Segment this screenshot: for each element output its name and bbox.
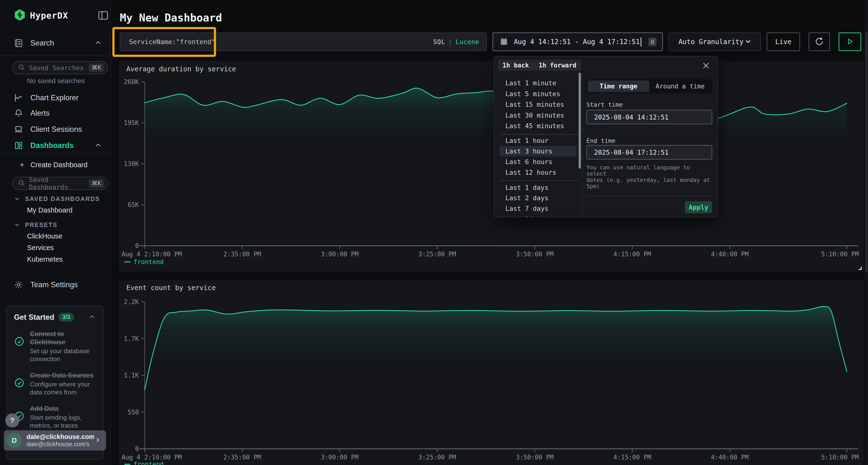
saved-searches-input[interactable]: Saved Searches ⌘K — [12, 61, 108, 74]
svg-text:130K: 130K — [124, 160, 139, 167]
svg-text:260K: 260K — [124, 78, 139, 86]
line-chart-avg-duration[interactable]: 065K130K195K260KAug 4 2:10:00 PM2:35:00 … — [119, 61, 864, 272]
task-desc: Configure where your data comes from — [30, 380, 95, 396]
sidebar-item-label: Search — [30, 39, 54, 47]
sidebar-item-my-dashboard[interactable]: My Dashboard — [27, 206, 72, 214]
chevron-right-icon — [94, 436, 101, 444]
refresh-icon — [814, 36, 824, 47]
sidebar-item-services[interactable]: Services — [27, 244, 54, 252]
scrollbar-thumb[interactable] — [579, 73, 581, 169]
divider — [0, 153, 111, 154]
preset-last-5-minutes[interactable]: Last 5 minutes — [500, 89, 577, 99]
preset-last-2-days[interactable]: Last 2 days — [500, 193, 577, 203]
chevron-down-icon — [13, 195, 21, 202]
svg-text:1.7K: 1.7K — [124, 335, 139, 342]
chart-title: Event count by service — [126, 284, 216, 292]
chart-legend[interactable]: frontend — [124, 258, 164, 266]
get-started-title: Get Started — [14, 313, 54, 322]
legend-swatch — [124, 464, 130, 465]
chevron-down-icon — [13, 221, 21, 228]
preset-last-1-hour[interactable]: Last 1 hour — [500, 135, 577, 146]
preset-last-6-hours[interactable]: Last 6 hours — [500, 157, 577, 167]
refresh-button[interactable] — [809, 33, 830, 51]
divider — [500, 134, 579, 135]
preset-last-12-hours[interactable]: Last 12 hours — [500, 167, 577, 177]
svg-text:2:35:00 PM: 2:35:00 PM — [223, 251, 261, 258]
shortcut-badge: ⌘K — [89, 179, 104, 188]
page-scrollbar[interactable] — [865, 0, 868, 465]
svg-text:0: 0 — [135, 445, 139, 453]
help-button[interactable]: ? — [5, 413, 19, 427]
hint-line: 5pm) — [586, 183, 712, 189]
preset-last-1-minute[interactable]: Last 1 minute — [500, 78, 577, 88]
query-input[interactable]: ServiceName:"frontend" SQL | Lucene — [120, 33, 487, 51]
preset-last-45-minutes[interactable]: Last 45 minutes — [500, 121, 577, 131]
scrollbar-thumb[interactable] — [865, 31, 868, 272]
create-dashboard-button[interactable]: + Create Dashboard — [0, 158, 111, 171]
close-icon[interactable] — [702, 61, 710, 70]
date-range-input[interactable]: Aug 4 14:12:51 - Aug 4 17:12:51 d — [493, 33, 663, 51]
chevron-up-icon — [94, 141, 102, 150]
start-time-value: 2025-08-04 14:12:51 — [594, 113, 669, 121]
sidebar-collapse-icon[interactable] — [97, 10, 109, 21]
granularity-select[interactable]: Auto Granularity — [669, 33, 761, 51]
sidebar-item-client-sessions[interactable]: Client Sessions — [0, 123, 111, 136]
section-presets[interactable]: PRESETS — [13, 221, 57, 228]
svg-text:4:40:00 PM: 4:40:00 PM — [711, 454, 749, 461]
svg-text:Aug 4 2:10:00 PM: Aug 4 2:10:00 PM — [122, 251, 182, 258]
task-title: Create Data Sources — [30, 371, 95, 379]
sidebar-item-clickhouse[interactable]: ClickHouse — [27, 232, 62, 240]
chevron-up-icon[interactable] — [88, 313, 96, 322]
get-started-item-connect[interactable]: Connect to ClickHouse Set up your databa… — [14, 330, 96, 363]
sidebar-item-team-settings[interactable]: Team Settings — [0, 278, 111, 292]
chart-legend[interactable]: frontend — [124, 461, 164, 465]
preset-last-14-days[interactable]: Last 14 days — [500, 214, 577, 217]
chevron-down-icon — [744, 37, 752, 46]
preset-last-1-days[interactable]: Last 1 days — [500, 182, 577, 193]
live-button[interactable]: Live — [767, 33, 800, 51]
task-desc: Set up your database connection — [30, 347, 95, 363]
user-menu[interactable]: D dale@clickhouse.com dale@clickhouse.co… — [4, 430, 106, 451]
svg-text:4:15:00 PM: 4:15:00 PM — [613, 454, 651, 461]
sidebar-item-dashboards[interactable]: Dashboards — [0, 139, 111, 152]
gear-icon — [13, 280, 24, 290]
brand[interactable]: HyperDX — [13, 9, 68, 22]
preset-last-15-minutes[interactable]: Last 15 minutes — [500, 99, 577, 110]
start-time-input[interactable]: 2025-08-04 14:12:51 — [586, 110, 712, 124]
lucene-toggle[interactable]: Lucene — [456, 38, 479, 45]
preset-last-7-days[interactable]: Last 7 days — [500, 203, 577, 214]
sidebar-item-alerts[interactable]: Alerts — [0, 106, 111, 120]
divider — [586, 196, 712, 196]
saved-dashboards-input[interactable]: Saved Dashboards ⌘K — [12, 177, 108, 190]
avatar: D — [7, 433, 22, 448]
panel-resize-handle[interactable] — [859, 267, 862, 270]
get-started-progress-badge: 3/3 — [59, 313, 74, 322]
get-started-item-add-data[interactable]: Add Data Start sending logs, metrics, or… — [14, 404, 96, 430]
sidebar-item-search[interactable]: Search — [0, 36, 111, 50]
shift-back-button[interactable]: 1h back — [498, 60, 534, 71]
check-circle-icon — [14, 336, 25, 363]
get-started-item-sources[interactable]: Create Data Sources Configure where your… — [14, 371, 96, 396]
sidebar-item-chart-explorer[interactable]: Chart Explorer — [0, 91, 111, 105]
section-label: SAVED DASHBOARDS — [25, 195, 100, 202]
line-chart-event-count[interactable]: 05501.1K1.7K2.2KAug 4 2:10:00 PM2:35:00 … — [119, 279, 864, 465]
svg-text:4:15:00 PM: 4:15:00 PM — [613, 251, 651, 258]
section-saved-dashboards[interactable]: SAVED DASHBOARDS — [13, 195, 100, 202]
divider — [500, 180, 579, 181]
run-query-button[interactable] — [839, 33, 861, 51]
natural-language-hint: You can use natural language to select d… — [586, 164, 712, 189]
svg-text:1.1K: 1.1K — [124, 372, 139, 379]
lang-separator: | — [448, 38, 452, 45]
end-time-label: End time — [586, 137, 712, 144]
shift-forward-button[interactable]: 1h forward — [534, 60, 581, 71]
preset-last-30-minutes[interactable]: Last 30 minutes — [500, 110, 577, 121]
apply-button[interactable]: Apply — [685, 201, 712, 213]
tab-time-range[interactable]: Time range — [588, 80, 649, 92]
tab-around-a-time[interactable]: Around a time — [649, 80, 711, 92]
saved-searches-placeholder: Saved Searches — [29, 64, 89, 72]
sidebar-item-kubernetes[interactable]: Kubernetes — [27, 255, 63, 263]
app-root: HyperDX Search Saved Searches ⌘K No save… — [0, 0, 868, 465]
preset-last-3-hours[interactable]: Last 3 hours — [500, 146, 577, 156]
sql-toggle[interactable]: SQL — [433, 38, 445, 45]
end-time-input[interactable]: 2025-08-04 17:12:51 — [586, 145, 712, 160]
